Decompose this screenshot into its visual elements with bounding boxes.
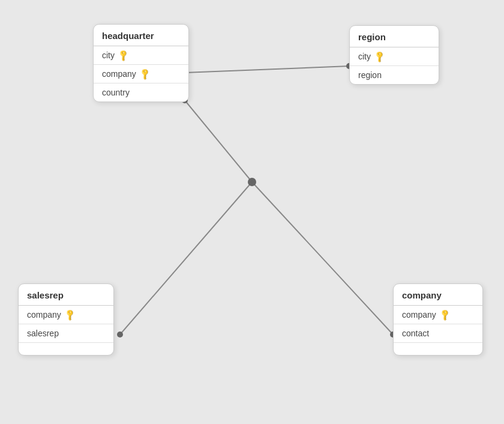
company-card: company company 🔑 contact <box>393 283 483 356</box>
key-icon-region-city: 🔑 <box>373 50 386 63</box>
headquarter-city-label: city <box>102 50 115 60</box>
headquarter-country-label: country <box>102 88 130 97</box>
key-icon-company: 🔑 <box>138 67 151 80</box>
company-company-label: company <box>402 310 436 320</box>
headquarter-title: headquarter <box>94 25 188 46</box>
region-title: region <box>350 26 439 47</box>
salesrep-title: salesrep <box>19 284 113 306</box>
key-icon-salesrep-company: 🔑 <box>63 308 76 321</box>
salesrep-salesrep-label: salesrep <box>27 329 59 338</box>
company-company-field: company 🔑 <box>394 306 482 324</box>
company-title: company <box>394 284 482 306</box>
headquarter-card: headquarter city 🔑 company 🔑 country <box>93 24 189 102</box>
company-contact-field: contact <box>394 324 482 343</box>
headquarter-country-field: country <box>94 83 188 101</box>
key-icon-city: 🔑 <box>116 49 130 62</box>
salesrep-company-field: company 🔑 <box>19 306 113 324</box>
headquarter-city-field: city 🔑 <box>94 46 188 65</box>
svg-line-4 <box>120 182 252 335</box>
salesrep-card: salesrep company 🔑 salesrep <box>18 283 114 356</box>
region-city-label: city <box>358 52 371 61</box>
headquarter-company-label: company <box>102 69 136 79</box>
region-region-label: region <box>358 70 382 80</box>
svg-point-7 <box>248 178 256 186</box>
svg-line-0 <box>185 66 349 73</box>
svg-line-5 <box>252 182 393 335</box>
salesrep-salesrep-field: salesrep <box>19 324 113 343</box>
svg-point-8 <box>117 332 123 338</box>
svg-line-3 <box>185 100 252 182</box>
salesrep-company-label: company <box>27 310 61 320</box>
region-region-field: region <box>350 66 439 84</box>
region-card: region city 🔑 region <box>349 25 439 85</box>
salesrep-empty-field <box>19 343 113 355</box>
region-city-field: city 🔑 <box>350 47 439 66</box>
headquarter-company-field: company 🔑 <box>94 65 188 83</box>
company-contact-label: contact <box>402 329 429 338</box>
company-empty-field <box>394 343 482 355</box>
key-icon-company-company: 🔑 <box>438 308 451 321</box>
